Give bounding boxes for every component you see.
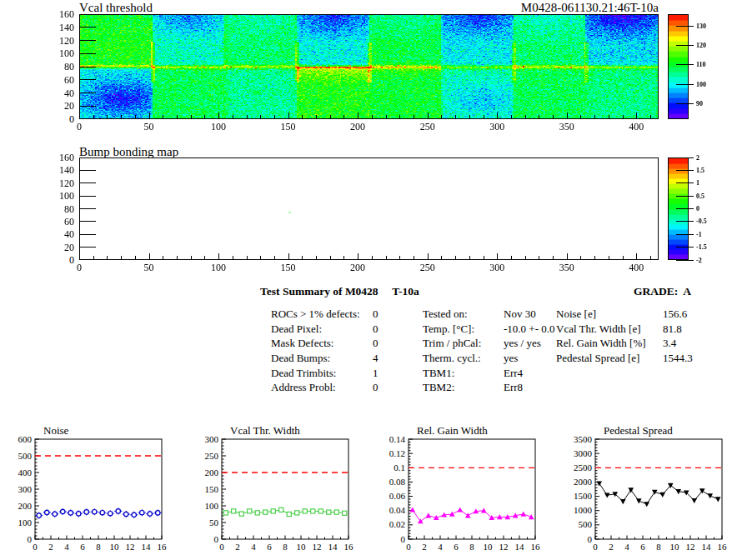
y-axis-tick [80, 27, 96, 28]
data-point [481, 508, 487, 512]
y-axis-tick-label: 600 [18, 434, 33, 444]
data-point [311, 509, 315, 513]
colorbar-tick [676, 196, 694, 197]
x-axis-tick-label: 6 [640, 542, 645, 552]
trend-plot-svg: 0500100015002000250030003500024681012141… [560, 421, 747, 560]
data-point [53, 512, 57, 516]
x-axis-tick-label: 10 [484, 542, 494, 552]
x-axis-tick-label: 350 [550, 262, 584, 274]
data-point [636, 498, 642, 503]
data-point [37, 513, 41, 518]
bump-bonding-map [79, 158, 659, 260]
x-axis-tick [580, 115, 581, 118]
result-value: 3.4 [663, 337, 676, 350]
data-point [318, 509, 323, 513]
data-point [124, 512, 128, 516]
x-axis-tick [163, 256, 163, 259]
y-axis-tick-label: 140 [45, 22, 74, 34]
x-axis-tick-label: 4 [624, 542, 629, 552]
y-axis-tick [80, 182, 96, 183]
x-axis-tick-label: 14 [515, 542, 525, 552]
colorbar-tick [676, 26, 694, 27]
colorbar-tick-label: -1 [696, 231, 702, 238]
x-axis-tick [539, 115, 539, 118]
x-axis-tick-label: 12 [126, 542, 135, 552]
colorbar-tick-label: 0 [696, 205, 699, 212]
x-axis-tick-label: 2 [422, 542, 427, 552]
y-axis-tick [80, 106, 96, 107]
condition-value: Err8 [504, 381, 523, 394]
y-axis-tick-label: 100 [18, 518, 33, 528]
condition-label: TBM1: [423, 367, 454, 380]
colorbar-tick-label: -1.5 [696, 243, 707, 251]
x-axis-tick [414, 115, 414, 118]
x-axis-tick [288, 253, 289, 259]
colorbar-tick [676, 158, 694, 158]
data-point [620, 499, 626, 504]
x-axis-tick-label: 300 [480, 262, 514, 274]
y-axis-tick-label: 40 [45, 228, 74, 241]
x-axis-tick [594, 115, 595, 118]
x-axis-tick-label: 12 [686, 542, 695, 552]
x-axis-tick-label: 10 [110, 542, 120, 552]
trend-plot-svg: 0501001502002503000246810121416 [187, 421, 374, 560]
result-label: Vcal Thr. Width [e] [556, 322, 641, 336]
defect-value: 0 [373, 337, 379, 350]
x-axis-tick-label: 2 [235, 542, 240, 552]
data-point [108, 512, 113, 516]
data-point [465, 512, 471, 518]
data-point [659, 492, 665, 498]
y-axis-tick-label: 1000 [574, 505, 593, 515]
x-axis-tick-label: 0 [33, 542, 38, 552]
vcal-threshold-title: Vcal threshold [79, 1, 153, 15]
y-axis-tick-label: 100 [205, 501, 219, 511]
x-axis-tick [343, 256, 344, 259]
data-point [100, 511, 104, 515]
y-axis-tick-label: 1500 [574, 491, 593, 501]
result-value: 81.8 [663, 322, 682, 336]
noise-plot: 01002003004005006000246810121416 [0, 421, 187, 560]
y-axis-tick-label: 60 [45, 74, 74, 87]
data-point [303, 509, 307, 513]
x-axis-tick [107, 256, 108, 259]
module-test-report: Vcal threshold M0428-061130.21:46T-10a B… [0, 0, 747, 560]
x-axis-tick [497, 253, 498, 259]
y-axis-tick-label: 200 [18, 501, 33, 511]
vcal-threshold-heatmap [79, 14, 659, 119]
colorbar-tick [676, 221, 694, 222]
module-id-title: M0428-061130.21:46T-10a [409, 1, 659, 15]
data-point [604, 493, 610, 498]
x-axis-tick-label: 14 [142, 542, 152, 552]
x-axis-tick [553, 115, 554, 118]
data-point [148, 512, 152, 516]
x-axis-tick [274, 256, 275, 259]
x-axis-tick [650, 115, 651, 118]
x-axis-tick [358, 253, 358, 259]
data-point [715, 497, 721, 502]
defect-label: Dead Pixel: [271, 322, 322, 336]
x-axis-tick [484, 256, 484, 259]
x-axis-tick [93, 115, 94, 118]
data-point [248, 509, 252, 513]
y-axis-tick [80, 170, 96, 171]
result-label: Noise [e] [556, 308, 596, 321]
y-axis-tick-label: 160 [45, 152, 74, 164]
x-axis-tick-label: 16 [531, 542, 541, 552]
x-axis-tick [260, 256, 261, 259]
x-axis-tick [399, 256, 400, 259]
colorbar-tick-label: 1.5 [696, 167, 704, 174]
y-axis-tick-label: 20 [45, 242, 74, 254]
colorbar-tick-label: 120 [696, 42, 706, 49]
data-point [271, 509, 275, 513]
defect-value: 4 [373, 352, 379, 365]
x-axis-tick-label: 250 [411, 121, 444, 133]
plot-frame [35, 439, 162, 539]
x-axis-tick [386, 115, 387, 118]
defect-label: Dead Trimbits: [271, 367, 336, 380]
y-axis-tick-label: 0 [588, 534, 593, 544]
y-axis-tick-label: 300 [18, 484, 33, 494]
x-axis-tick [636, 253, 637, 259]
x-axis-tick-label: 100 [202, 262, 235, 274]
colorbar-tick [676, 45, 694, 46]
x-axis-tick [372, 115, 373, 118]
